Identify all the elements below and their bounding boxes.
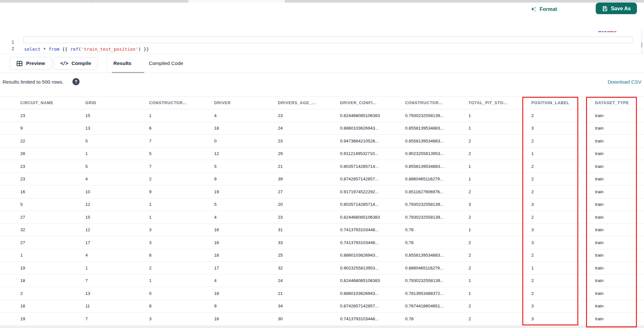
column-header[interactable]: DATASET_TYPE [595, 101, 644, 105]
table-cell: 7 [149, 139, 214, 143]
table-cell: train [595, 291, 644, 296]
help-icon[interactable]: ? [72, 78, 80, 85]
table-cell: train [595, 177, 644, 181]
table-cell: 18 [214, 291, 278, 296]
table-cell: 0.78 [405, 316, 469, 321]
tab-divider [285, 0, 285, 3]
sql-editor[interactable]: 1 select * from {{ ref('train_test_posit… [0, 14, 644, 53]
table-cell: 3 [531, 304, 595, 308]
table-cell: 1 [85, 151, 149, 156]
column-header[interactable]: GRID [85, 101, 149, 105]
table-cell: 3 [149, 240, 214, 245]
table-cell: 10 [85, 189, 149, 194]
table-cell: 1 [469, 164, 531, 169]
column-header[interactable]: DRIVERS_AGE_... [278, 101, 340, 105]
table-cell: 0.8860103626943... [340, 291, 405, 296]
results-pane-header: Preview </> Compile Results Compiled Cod… [0, 53, 644, 73]
format-button[interactable]: Format [530, 5, 557, 14]
column-header[interactable]: CONSTRUCTOR... [405, 101, 469, 105]
save-as-button[interactable]: Save As [596, 3, 637, 14]
table-cell: train [595, 151, 644, 156]
table-row: 23429390.8742857142857...0.8860465116279… [0, 173, 644, 186]
editor-scrollbar-thumb[interactable] [641, 42, 642, 48]
active-file-tab[interactable] [188, 0, 285, 3]
minimap-segment [604, 31, 606, 32]
table-cell: 2 [531, 164, 595, 169]
table-cell: 16 [214, 316, 278, 321]
table-row: 3212316310.7413793103448...0.7813train [0, 224, 644, 237]
table-row: 271514230.8244680851063830.7930232558139… [0, 211, 644, 224]
table-cell: 23 [278, 139, 340, 143]
table-cell: 24 [278, 126, 340, 131]
table-cell: train [595, 266, 644, 270]
table-cell: 31 [278, 227, 340, 232]
table-cell: 18 [20, 278, 85, 283]
table-cell: 3 [531, 227, 595, 232]
table-cell: 7 [85, 278, 149, 283]
table-cell: 1 [149, 215, 214, 220]
sql-code-line[interactable]: select * from {{ ref('train_test_positio… [24, 46, 149, 53]
table-cell: 0.7413793103448... [340, 240, 405, 245]
tab-divider [91, 0, 91, 3]
table-cell: 1 [149, 278, 214, 283]
table-cell: 1 [469, 177, 531, 181]
table-cell: 34 [278, 304, 340, 308]
download-csv-link[interactable]: Download CSV [608, 79, 641, 85]
table-cell: train [595, 316, 644, 321]
table-cell: train [595, 278, 644, 283]
table-cell: 0.8558139534883... [405, 126, 469, 131]
table-cell: 0.8511627906976... [405, 189, 469, 194]
table-cell: 2 [149, 177, 214, 181]
column-header[interactable]: DRIVER [214, 101, 278, 105]
compile-button[interactable]: </> Compile [53, 57, 98, 70]
table-row: 2717316330.7413793103448...0.7823train [0, 236, 644, 249]
table-cell: 6 [149, 253, 214, 258]
table-cell: 0.7930232558139... [405, 278, 469, 283]
tab-results[interactable]: Results [113, 54, 131, 73]
column-header[interactable]: CIRCUIT_NAME [20, 101, 85, 105]
table-cell: train [595, 113, 644, 118]
table-cell: 16 [20, 189, 85, 194]
table-cell: 13 [85, 291, 149, 296]
table-cell: 5 [214, 164, 278, 169]
column-header[interactable]: TOTAL_PIT_STO... [469, 101, 531, 105]
table-cell: 8 [149, 304, 214, 308]
table-cell: 3 [531, 240, 595, 245]
table-cell: 0.8742857142857... [340, 177, 405, 181]
table-cell: 12 [85, 202, 149, 207]
table-cell: train [595, 253, 644, 258]
table-cell: 0.9473684210526... [340, 139, 405, 143]
column-header[interactable]: POSITION_LABEL [531, 101, 595, 105]
column-header[interactable]: CONSTRUCTOR... [149, 101, 214, 105]
table-row: 14618250.8860103626943...0.8558139534883… [0, 249, 644, 262]
save-icon [602, 6, 608, 12]
column-header[interactable]: DRIVER_CONFI... [340, 101, 405, 105]
table-cell: 1 [469, 291, 531, 296]
table-row: 913618240.8860103626943...0.855813953488… [0, 122, 644, 135]
table-row: 181189340.8742857142857...0.767441860465… [0, 300, 644, 313]
table-cell: 23 [20, 164, 85, 169]
preview-button[interactable]: Preview [10, 57, 52, 70]
table-cell: 0 [149, 291, 214, 296]
table-cell: 5 [214, 202, 278, 207]
table-cell: 0.78 [405, 240, 469, 245]
table-cell: 27 [278, 189, 340, 194]
tab-compiled-code[interactable]: Compiled Code [149, 54, 183, 73]
table-cell: 23 [278, 113, 340, 118]
table-cell: 3 [149, 316, 214, 321]
table-cell: 2 [531, 278, 595, 283]
table-cell: 4 [214, 113, 278, 118]
table-cell: 5 [20, 202, 85, 207]
table-cell: 1 [469, 227, 531, 232]
table-cell: train [595, 164, 644, 169]
table-cell: 27 [20, 215, 85, 220]
table-cell: 23 [20, 177, 85, 181]
table-cell: 2 [531, 139, 595, 143]
table-cell: 13 [85, 126, 149, 131]
table-cell: 0.8035714285714... [340, 202, 405, 207]
table-cell: 20 [278, 202, 340, 207]
compile-label: Compile [71, 60, 91, 66]
table-cell: 1 [469, 113, 531, 118]
editor-minimap[interactable] [598, 31, 623, 32]
table-cell: train [595, 139, 644, 143]
